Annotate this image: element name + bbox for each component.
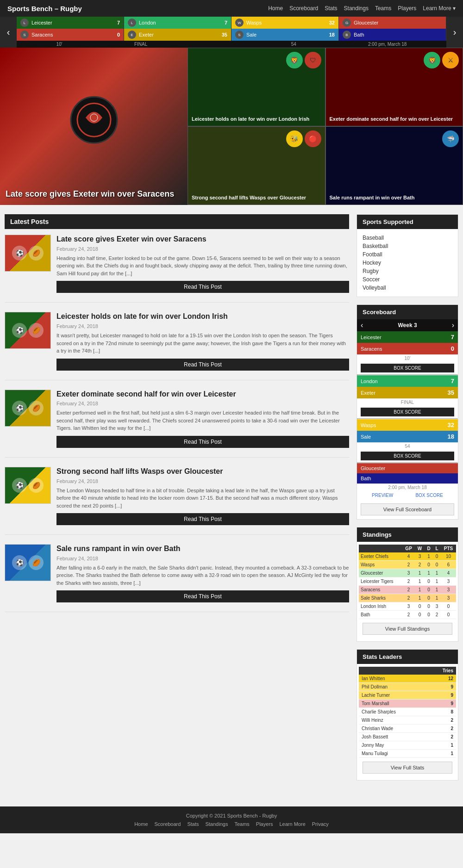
sale-logo: S bbox=[235, 31, 244, 39]
score-cell-leicester[interactable]: L Leicester 7 bbox=[17, 17, 124, 29]
score-cell-sale[interactable]: S Sale 18 bbox=[232, 29, 339, 41]
score-team-bath: Bath bbox=[354, 32, 433, 37]
hero-main-logo bbox=[66, 92, 122, 149]
view-full-standings-btn[interactable]: View Full Standings bbox=[363, 623, 452, 635]
score-prev-btn[interactable]: ‹ bbox=[0, 17, 17, 48]
post-excerpt-0: Heading into half time, Exeter looked to… bbox=[56, 254, 349, 278]
sb-widget-team-0-0: Leicester bbox=[361, 335, 443, 340]
hero-grid-title-3: Strong second half lifts Wasps over Glou… bbox=[192, 194, 306, 201]
bath-logo: B bbox=[343, 31, 351, 39]
view-full-scoreboard-btn[interactable]: View Full Scoreboard bbox=[361, 503, 454, 515]
sport-item-3: Hockey bbox=[363, 259, 452, 267]
footer-link-home[interactable]: Home bbox=[134, 821, 148, 827]
stats-header-row: Tries bbox=[359, 667, 456, 675]
sb-box-score-btn-0[interactable]: BOX SCORE bbox=[361, 364, 454, 372]
st-name-4: Saracens bbox=[359, 586, 402, 594]
footer-link-stats[interactable]: Stats bbox=[187, 821, 199, 827]
st-d-6: 0 bbox=[425, 602, 433, 611]
hero-grid-item-sale-bath[interactable]: 🦈 Sale runs rampant in win over Bath bbox=[325, 126, 463, 205]
scoreboard-prev-btn[interactable]: ‹ bbox=[361, 321, 363, 329]
stats-leaders-widget: Stats Leaders Tries Ian Whitten 12 Phil … bbox=[357, 649, 458, 781]
stat-name-1: Phil Dollman bbox=[359, 683, 435, 691]
thumb-badge-b-4: 🏉 bbox=[29, 555, 44, 570]
st-l-3: 1 bbox=[433, 577, 441, 586]
score-cell-london[interactable]: L London 7 bbox=[124, 17, 232, 29]
footer-copyright: Copyright © 2021 Sports Bench - Rugby bbox=[6, 813, 457, 818]
post-body-2: Exeter dominate second half for win over… bbox=[56, 390, 349, 448]
standings-row-3: Leicester Tigers 2 1 0 1 3 bbox=[359, 577, 456, 586]
hero-main[interactable]: Late score gives Exeter win over Saracen… bbox=[0, 48, 188, 205]
stat-name-8: Jonny May bbox=[359, 741, 435, 750]
thumb-badge-a-3: ⚽ bbox=[12, 478, 27, 493]
st-pts-6: 0 bbox=[441, 602, 456, 611]
footer-link-privacy[interactable]: Privacy bbox=[312, 821, 329, 827]
thumb-badge-a-4: ⚽ bbox=[12, 555, 27, 570]
sb-box-score-btn-1[interactable]: BOX SCORE bbox=[361, 408, 454, 416]
score-cell-exeter[interactable]: E Exeter 35 bbox=[124, 29, 232, 41]
st-l-1: 0 bbox=[433, 561, 441, 569]
score-cell-wasps[interactable]: W Wasps 32 bbox=[232, 17, 339, 29]
st-pts-3: 3 bbox=[441, 577, 456, 586]
nav-teams[interactable]: Teams bbox=[375, 5, 391, 12]
nav-players[interactable]: Players bbox=[398, 5, 416, 12]
footer-link-teams[interactable]: Teams bbox=[234, 821, 249, 827]
sb-widget-time-1: FINAL bbox=[357, 398, 458, 406]
score-cell-gloucester[interactable]: G Gloucester bbox=[339, 17, 446, 29]
score-cell-bath[interactable]: B Bath bbox=[339, 29, 446, 41]
sb-box-score-link-3[interactable]: BOX SCORE bbox=[415, 493, 443, 498]
post-title-1: Leicester holds on late for win over Lon… bbox=[56, 312, 349, 322]
st-gp-5: 2 bbox=[402, 594, 415, 602]
posts-section: Latest Posts ⚽ 🏉 Late score gives Exeter… bbox=[5, 214, 349, 788]
nav-standings[interactable]: Standings bbox=[344, 5, 369, 12]
hero-grid-item-exeter-leicester[interactable]: ⚔ 🦁 Exeter dominate second half for win … bbox=[325, 48, 463, 126]
footer-link-standings[interactable]: Standings bbox=[205, 821, 228, 827]
post-thumb-1: ⚽ 🏉 bbox=[5, 312, 51, 349]
standings-row-4: Saracens 2 1 0 1 3 bbox=[359, 586, 456, 594]
stat-name-6: Christian Wade bbox=[359, 725, 435, 733]
st-gp-0: 4 bbox=[402, 552, 415, 561]
footer-link-players[interactable]: Players bbox=[256, 821, 273, 827]
read-more-btn-2[interactable]: Read This Post bbox=[56, 436, 349, 448]
hero-grid-item-leicester[interactable]: 🛡 🦁 Leicester holds on late for win over… bbox=[188, 48, 325, 126]
sb-widget-row-0-1: Saracens 0 bbox=[357, 343, 458, 354]
read-more-btn-3[interactable]: Read This Post bbox=[56, 513, 349, 525]
read-more-btn-0[interactable]: Read This Post bbox=[56, 281, 349, 293]
view-full-stats-btn[interactable]: View Full Stats bbox=[363, 762, 452, 774]
st-pts-1: 6 bbox=[441, 561, 456, 569]
read-more-btn-4[interactable]: Read This Post bbox=[56, 590, 349, 602]
stats-leaders-body: Tries Ian Whitten 12 Phil Dollman 9 Lach… bbox=[357, 664, 458, 780]
stat-value-4: 8 bbox=[435, 708, 456, 716]
st-gp-2: 3 bbox=[402, 569, 415, 577]
sb-preview-link-3[interactable]: PREVIEW bbox=[372, 493, 393, 498]
score-val-wasps: 32 bbox=[325, 20, 335, 25]
scoreboard-next-btn[interactable]: › bbox=[452, 321, 454, 329]
nav-scoreboard[interactable]: Scoreboard bbox=[289, 5, 318, 12]
sports-list: BaseballBasketballFootballHockeyRugbySoc… bbox=[363, 234, 452, 292]
sb-widget-row-2-1: Sale 18 bbox=[357, 431, 458, 442]
nav-learn-more[interactable]: Learn More ▾ bbox=[423, 5, 456, 12]
footer-link-learn-more[interactable]: Learn More bbox=[280, 821, 306, 827]
post-thumb-2: ⚽ 🏉 bbox=[5, 390, 51, 427]
score-row-top: L Leicester 7 L London 7 W Wasps 32 G Gl… bbox=[17, 17, 446, 29]
sb-box-score-btn-2[interactable]: BOX SCORE bbox=[361, 452, 454, 460]
nav-home[interactable]: Home bbox=[268, 5, 283, 12]
scoreboard-widget-header: Scoreboard bbox=[357, 305, 458, 319]
st-d-4: 0 bbox=[425, 586, 433, 594]
scoreboard-nav: ‹ Week 3 › bbox=[357, 319, 458, 331]
st-d-2: 1 bbox=[425, 569, 433, 577]
sb-widget-row-2-0: Wasps 32 bbox=[357, 419, 458, 431]
st-pts-2: 4 bbox=[441, 569, 456, 577]
sport-item-4: Rugby bbox=[363, 267, 452, 275]
hero-grid-content-1: Leicester holds on late for win over Lon… bbox=[192, 116, 309, 122]
footer-link-scoreboard[interactable]: Scoreboard bbox=[155, 821, 181, 827]
stat-value-2: 9 bbox=[435, 691, 456, 700]
nav-links: Home Scoreboard Stats Standings Teams Pl… bbox=[268, 5, 456, 12]
hero-logo-corner-3: 🔴 bbox=[305, 130, 321, 147]
nav-stats[interactable]: Stats bbox=[325, 5, 337, 12]
standings-header-row: GP W D L PTS bbox=[359, 545, 456, 552]
read-more-btn-1[interactable]: Read This Post bbox=[56, 359, 349, 371]
score-cell-saracens[interactable]: S Saracens 0 bbox=[17, 29, 124, 41]
hero-grid-item-wasps[interactable]: 🔴 🐝 Strong second half lifts Wasps over … bbox=[188, 126, 325, 205]
score-next-btn[interactable]: › bbox=[446, 17, 463, 48]
stat-name-7: Josh Bassett bbox=[359, 733, 435, 741]
